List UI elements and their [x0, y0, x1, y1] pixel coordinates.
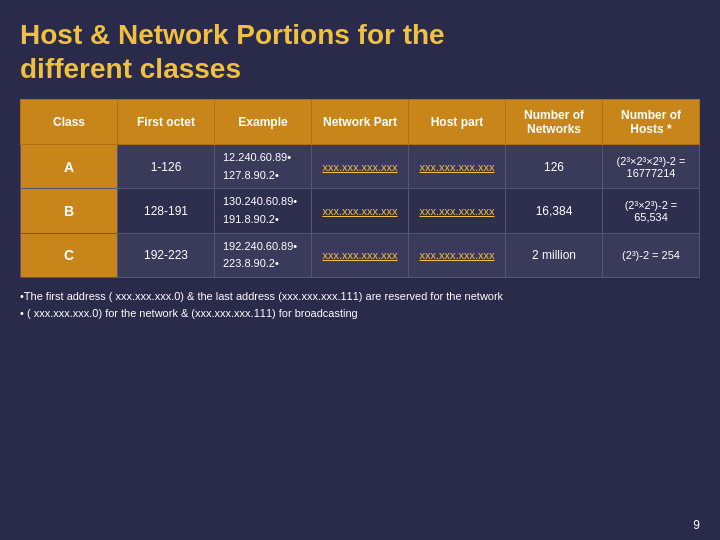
num-hosts-b: (2³×2³)-2 = 65,534 [603, 189, 700, 233]
example-c: 192.240.60.89• 223.8.90.2• [215, 233, 312, 277]
num-hosts-a: (2³×2³×2³)-2 = 16777214 [603, 145, 700, 189]
class-c: C [21, 233, 118, 277]
num-networks-c: 2 million [506, 233, 603, 277]
host-part-b: xxx.xxx.xxx.xxx [409, 189, 506, 233]
network-part-c: xxx.xxx.xxx.xxx [312, 233, 409, 277]
network-part-a: xxx.xxx.xxx.xxx [312, 145, 409, 189]
host-part-c: xxx.xxx.xxx.xxx [409, 233, 506, 277]
main-page: Host & Network Portions for the differen… [0, 0, 720, 540]
col-header-num-hosts: Number of Hosts * [603, 100, 700, 145]
page-title: Host & Network Portions for the differen… [20, 18, 700, 85]
table-row: A 1-126 12.240.60.89• 127.8.90.2• xxx.xx… [21, 145, 700, 189]
num-networks-a: 126 [506, 145, 603, 189]
col-header-first-octet: First octet [118, 100, 215, 145]
host-part-a: xxx.xxx.xxx.xxx [409, 145, 506, 189]
first-octet-c: 192-223 [118, 233, 215, 277]
footer-note-2: • ( xxx.xxx.xxx.0) for the network & (xx… [20, 305, 700, 323]
num-networks-b: 16,384 [506, 189, 603, 233]
col-header-host-part: Host part [409, 100, 506, 145]
class-a: A [21, 145, 118, 189]
class-b: B [21, 189, 118, 233]
table-row: C 192-223 192.240.60.89• 223.8.90.2• xxx… [21, 233, 700, 277]
example-a: 12.240.60.89• 127.8.90.2• [215, 145, 312, 189]
col-header-example: Example [215, 100, 312, 145]
footer-notes: •The first address ( xxx.xxx.xxx.0) & th… [20, 288, 700, 323]
col-header-class: Class [21, 100, 118, 145]
page-number: 9 [693, 518, 700, 532]
example-b: 130.240.60.89• 191.8.90.2• [215, 189, 312, 233]
first-octet-a: 1-126 [118, 145, 215, 189]
num-hosts-c: (2³)-2 = 254 [603, 233, 700, 277]
col-header-num-networks: Number of Networks [506, 100, 603, 145]
first-octet-b: 128-191 [118, 189, 215, 233]
network-part-b: xxx.xxx.xxx.xxx [312, 189, 409, 233]
col-header-network-part: Network Part [312, 100, 409, 145]
table-row: B 128-191 130.240.60.89• 191.8.90.2• xxx… [21, 189, 700, 233]
footer-note-1: •The first address ( xxx.xxx.xxx.0) & th… [20, 288, 700, 306]
host-network-table: Class First octet Example Network Part H… [20, 99, 700, 278]
